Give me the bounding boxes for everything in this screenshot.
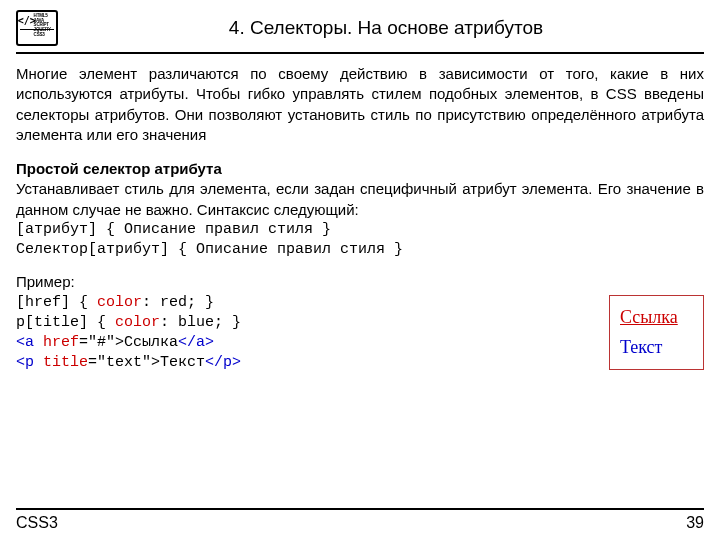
section-description: Устанавливает стиль для элемента, если з…: [16, 179, 704, 220]
footer-left: CSS3: [16, 514, 58, 532]
example-line-4: <p title="text">Текст</p>: [16, 353, 603, 373]
slide: </> HTML5 JAVA SCRIPT JQUERY CSS3 4. Сел…: [0, 0, 720, 540]
slide-footer: CSS3 39: [16, 508, 704, 532]
rendered-link: Ссылка: [620, 302, 693, 333]
slide-header: </> HTML5 JAVA SCRIPT JQUERY CSS3 4. Сел…: [16, 10, 704, 54]
tech-logo: </> HTML5 JAVA SCRIPT JQUERY CSS3: [16, 10, 58, 46]
logo-divider: [20, 29, 54, 42]
syntax-line-1: [атрибут] { Описание правил стиля }: [16, 220, 704, 240]
intro-paragraph: Многие элемент различаются по своему дей…: [16, 64, 704, 145]
spacer: [16, 260, 704, 272]
section-subheading: Простой селектор атрибута: [16, 159, 704, 179]
example-line-1: [href] { color: red; }: [16, 293, 603, 313]
logo-text: HTML5 JAVA SCRIPT JQUERY CSS3: [34, 14, 54, 28]
slide-title: 4. Селекторы. На основе атрибутов: [68, 17, 704, 39]
rendered-text: Текст: [620, 332, 693, 363]
example-code: [href] { color: red; } p[title] { color:…: [16, 293, 603, 374]
example-line-2: p[title] { color: blue; }: [16, 313, 603, 333]
code-icon: </>: [20, 14, 34, 28]
syntax-line-2: Селектор[атрибут] { Описание правил стил…: [16, 240, 704, 260]
example-line-3: <a href="#">Ссылка</a>: [16, 333, 603, 353]
example-row: [href] { color: red; } p[title] { color:…: [16, 293, 704, 374]
page-number: 39: [686, 514, 704, 532]
example-label: Пример:: [16, 272, 704, 292]
slide-content: Многие элемент различаются по своему дей…: [16, 54, 704, 508]
rendered-output-box: Ссылка Текст: [609, 295, 704, 370]
